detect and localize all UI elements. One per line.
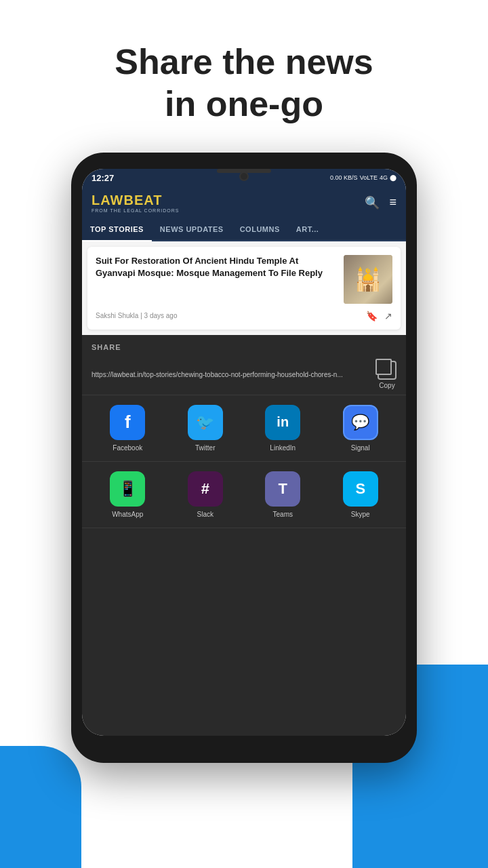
share-app-signal[interactable]: 💬 Signal	[343, 405, 378, 452]
tab-art[interactable]: ART...	[288, 218, 327, 240]
twitter-icon: 🐦	[188, 405, 223, 440]
signal-label: Signal	[351, 444, 370, 452]
tab-news-updates[interactable]: NEWS UPDATES	[152, 218, 232, 240]
battery-icon: ⬤	[390, 174, 396, 181]
news-title: Suit For Restoration Of Ancient Hindu Te…	[96, 255, 337, 279]
share-apps-row-1: f Facebook 🐦 Twitter in Li	[82, 395, 406, 462]
whatsapp-icon: 📱	[110, 471, 145, 507]
tab-top-stories[interactable]: TOP STORIES	[82, 218, 152, 241]
phone-mockup: 12:27 0.00 KB/S VoLTE 4G ⬤ LAWBEAT FROM …	[71, 153, 417, 763]
share-app-slack[interactable]: # Slack	[188, 471, 223, 518]
copy-button[interactable]: Copy	[378, 361, 396, 389]
phone-screen: 12:27 0.00 KB/S VoLTE 4G ⬤ LAWBEAT FROM …	[82, 169, 406, 736]
signal-icon: 💬	[343, 405, 378, 440]
app-header: LAWBEAT FROM THE LEGAL CORRIDORS 🔍 ≡	[82, 187, 406, 218]
mosque-image	[344, 255, 392, 304]
app-logo-main: LAWBEAT	[92, 193, 179, 208]
share-icon[interactable]: ↗	[384, 311, 392, 321]
copy-icon	[378, 361, 396, 380]
news-thumbnail	[344, 255, 392, 304]
bookmark-icon[interactable]: 🔖	[366, 311, 378, 321]
share-app-whatsapp[interactable]: 📱 WhatsApp	[110, 471, 145, 518]
copy-label: Copy	[379, 382, 394, 389]
twitter-label: Twitter	[195, 444, 215, 452]
status-icons: 0.00 KB/S VoLTE 4G ⬤	[330, 174, 396, 181]
share-label: SHARE	[82, 335, 406, 355]
status-time: 12:27	[92, 173, 114, 183]
facebook-icon: f	[110, 405, 145, 440]
facebook-label: Facebook	[113, 444, 142, 452]
share-app-teams[interactable]: T Teams	[265, 471, 300, 518]
search-icon[interactable]: 🔍	[365, 195, 380, 210]
app-header-icons: 🔍 ≡	[365, 195, 396, 210]
share-apps-row-2: 📱 WhatsApp # Slack T Teams	[82, 462, 406, 528]
app-logo: LAWBEAT FROM THE LEGAL CORRIDORS	[92, 193, 179, 213]
news-actions: 🔖 ↗	[366, 311, 392, 321]
teams-icon: T	[265, 471, 300, 507]
share-url: https://lawbeat.in/top-stories/chewing-t…	[92, 371, 371, 378]
signal-type: 4G	[380, 174, 388, 181]
slack-icon: #	[188, 471, 223, 507]
skype-label: Skype	[351, 511, 370, 518]
share-app-twitter[interactable]: 🐦 Twitter	[188, 405, 223, 452]
slack-label: Slack	[197, 511, 214, 518]
news-card-text: Suit For Restoration Of Ancient Hindu Te…	[96, 255, 337, 304]
news-card[interactable]: Suit For Restoration Of Ancient Hindu Te…	[87, 247, 401, 330]
phone-camera	[239, 172, 249, 181]
app-logo-sub: FROM THE LEGAL CORRIDORS	[92, 208, 179, 213]
network-speed: 0.00 KB/S	[330, 174, 358, 181]
news-author: Sakshi Shukla | 3 days ago	[96, 312, 177, 319]
news-card-content: Suit For Restoration Of Ancient Hindu Te…	[96, 255, 392, 304]
share-app-facebook[interactable]: f Facebook	[110, 405, 145, 452]
whatsapp-label: WhatsApp	[112, 511, 143, 518]
share-panel: SHARE https://lawbeat.in/top-stories/che…	[82, 335, 406, 736]
share-app-linkedin[interactable]: in LinkedIn	[265, 405, 300, 452]
linkedin-label: LinkedIn	[270, 444, 296, 452]
share-app-skype[interactable]: S Skype	[343, 471, 378, 518]
share-link-row: https://lawbeat.in/top-stories/chewing-t…	[82, 355, 406, 395]
news-meta: Sakshi Shukla | 3 days ago 🔖 ↗	[96, 311, 392, 321]
linkedin-icon: in	[265, 405, 300, 440]
skype-icon: S	[343, 471, 378, 507]
teams-label: Teams	[273, 511, 293, 518]
menu-icon[interactable]: ≡	[389, 195, 396, 210]
header-line1: Share the news	[115, 42, 373, 81]
page-header: Share the news in one-go	[115, 41, 373, 125]
nav-tabs: TOP STORIES NEWS UPDATES COLUMNS ART...	[82, 218, 406, 241]
header-line2: in one-go	[165, 84, 323, 123]
volte-badge: VoLTE	[360, 174, 378, 181]
tab-columns[interactable]: COLUMNS	[232, 218, 288, 240]
